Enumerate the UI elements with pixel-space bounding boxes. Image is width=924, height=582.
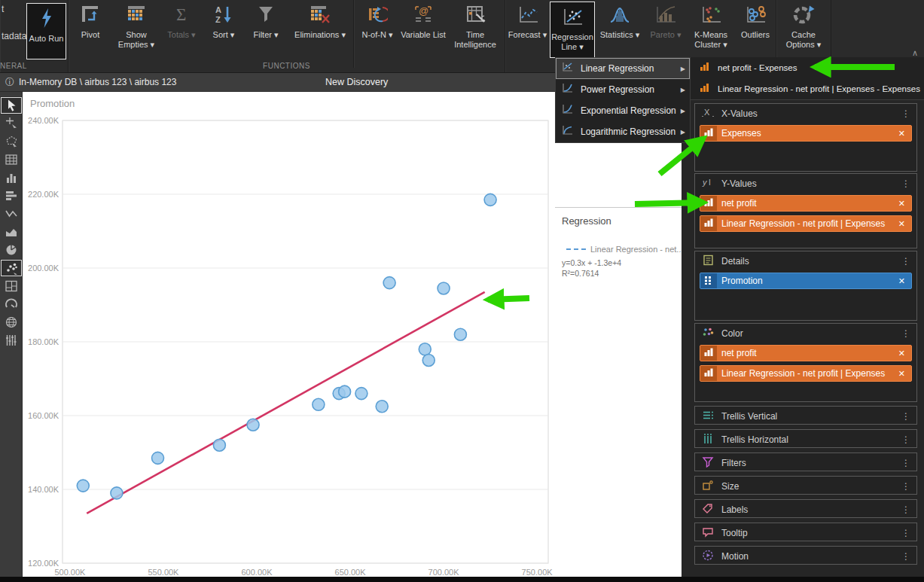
data-point[interactable] bbox=[376, 401, 388, 413]
drop-zone-labels[interactable]: Labels ⋮ bbox=[694, 499, 917, 518]
field-chip-linear-regression-net-profit-expenses[interactable]: Linear Regression - net profit | Expense… bbox=[700, 365, 912, 382]
drop-zone-color[interactable]: Color ⋮ net profit ✕ Linear Regression -… bbox=[694, 323, 917, 402]
data-point[interactable] bbox=[454, 328, 466, 340]
close-icon[interactable]: ✕ bbox=[892, 369, 911, 379]
kebab-icon[interactable]: ⋮ bbox=[901, 504, 910, 515]
drop-zone-y-values[interactable]: yI Y-Values ⋮ net profit ✕ Linear Regres… bbox=[694, 173, 917, 248]
field-chip-promotion[interactable]: Promotion ✕ bbox=[700, 273, 912, 289]
data-point[interactable] bbox=[213, 439, 225, 451]
measure-bars-white-icon bbox=[704, 197, 713, 210]
kebab-icon[interactable]: ⋮ bbox=[901, 256, 910, 267]
menu-item-power-regression[interactable]: Power Regression ▶ bbox=[556, 79, 690, 100]
sidebar-scatter-chart[interactable] bbox=[0, 259, 23, 277]
menu-item-label: Linear Regression bbox=[581, 63, 654, 74]
drop-zone-size[interactable]: Size ⋮ bbox=[694, 476, 917, 495]
kebab-icon[interactable]: ⋮ bbox=[901, 108, 910, 119]
n-of-n-button[interactable]: N-of-N ▾ bbox=[354, 0, 401, 59]
forecast-button[interactable]: Forecast ▾ bbox=[505, 0, 550, 59]
sort-button[interactable]: AZSort ▾ bbox=[203, 0, 245, 59]
eliminations-button[interactable]: Eliminations ▾ bbox=[287, 0, 353, 59]
field-chip-expenses[interactable]: Expenses ✕ bbox=[700, 125, 912, 142]
data-point[interactable] bbox=[419, 343, 431, 355]
drop-zone-details[interactable]: Details ⋮ Promotion ✕ bbox=[694, 251, 917, 321]
sidebar-crosshair-cursor[interactable] bbox=[0, 114, 23, 133]
sidebar-equalizer[interactable] bbox=[0, 331, 23, 349]
sidebar-lasso-select[interactable] bbox=[0, 133, 23, 151]
data-point[interactable] bbox=[355, 388, 367, 400]
data-point[interactable] bbox=[152, 452, 164, 464]
y-tick-label: 200.00K bbox=[28, 264, 59, 273]
breadcrumb[interactable]: In-Memory DB \ airbus 123 \ airbus 123 bbox=[19, 77, 176, 87]
k-means-cluster-button[interactable]: K-Means Cluster ▾ bbox=[687, 0, 735, 59]
sidebar-area-chart[interactable] bbox=[0, 223, 23, 241]
variable-list-button[interactable]: @Variable List bbox=[401, 0, 446, 59]
pivot-button[interactable]: Pivot bbox=[69, 0, 112, 59]
cache-options-button[interactable]: Cache Options ▾ bbox=[776, 0, 831, 59]
sidebar-hbar-chart[interactable] bbox=[0, 187, 23, 205]
data-point[interactable] bbox=[484, 193, 496, 206]
legend-item[interactable]: Linear Regression - net... bbox=[562, 245, 694, 254]
close-icon[interactable]: ✕ bbox=[892, 349, 911, 358]
data-point[interactable] bbox=[77, 480, 89, 492]
kebab-icon[interactable]: ⋮ bbox=[901, 328, 910, 339]
svg-text:I: I bbox=[709, 178, 711, 187]
close-icon[interactable]: ✕ bbox=[892, 129, 911, 139]
kebab-icon[interactable]: ⋮ bbox=[901, 481, 910, 492]
data-point[interactable] bbox=[111, 487, 123, 499]
statistics-button[interactable]: Statistics ▾ bbox=[595, 0, 645, 59]
data-point[interactable] bbox=[313, 398, 325, 410]
field-chip-net-profit[interactable]: net profit ✕ bbox=[700, 195, 912, 212]
sidebar-pie-chart[interactable] bbox=[0, 241, 23, 259]
drop-zone-label: Color bbox=[721, 328, 743, 339]
field-chip-linear-regression-net-profit-expenses[interactable]: Linear Regression - net profit | Expense… bbox=[700, 215, 912, 232]
time-intelligence-button[interactable]: Time Intelligence bbox=[446, 0, 505, 59]
kebab-icon[interactable]: ⋮ bbox=[901, 458, 910, 468]
kebab-icon[interactable]: ⋮ bbox=[901, 178, 910, 189]
sidebar-cursor[interactable] bbox=[0, 96, 23, 114]
data-point[interactable] bbox=[438, 282, 450, 294]
data-point[interactable] bbox=[422, 355, 435, 367]
menu-item-logarithmic-regression[interactable]: Logarithmic Regression ▶ bbox=[556, 121, 690, 142]
sidebar-bar-chart[interactable] bbox=[0, 169, 23, 187]
drop-zone-trellis-horizontal[interactable]: Trellis Horizontal ⋮ bbox=[694, 429, 917, 448]
outliers-button[interactable]: Outliers bbox=[735, 0, 776, 59]
sidebar-globe[interactable] bbox=[0, 313, 23, 331]
drop-zone-label: Filters bbox=[721, 458, 746, 468]
menu-item-linear-regression[interactable]: Linear Regression ▶ bbox=[556, 58, 690, 79]
data-point[interactable] bbox=[247, 419, 259, 431]
x-tick-label: 600.00K bbox=[242, 568, 273, 577]
drop-zone-x-values[interactable]: X X-Values ⋮ Expenses ✕ bbox=[694, 103, 917, 172]
filter-button[interactable]: Filter ▾ bbox=[245, 0, 287, 59]
close-icon[interactable]: ✕ bbox=[892, 219, 911, 229]
scatter-plot[interactable]: 120.00K140.00K160.00K180.00K200.00K220.0… bbox=[23, 92, 682, 577]
close-icon[interactable]: ✕ bbox=[892, 276, 911, 286]
submenu-arrow-icon: ▶ bbox=[681, 108, 685, 114]
measure-bars-white-icon bbox=[704, 346, 713, 360]
drop-zone-motion[interactable]: Motion ⋮ bbox=[694, 546, 917, 565]
drop-zone-trellis-vertical[interactable]: Trellis Vertical ⋮ bbox=[694, 406, 917, 425]
submenu-item-net-profit-expenses[interactable]: net profit - Expenses bbox=[691, 57, 924, 78]
measure-bars-icon bbox=[700, 61, 709, 75]
kebab-icon[interactable]: ⋮ bbox=[901, 528, 910, 538]
info-icon[interactable]: ⓘ bbox=[5, 76, 14, 89]
kebab-icon[interactable]: ⋮ bbox=[901, 434, 910, 445]
sidebar-gauge[interactable] bbox=[0, 295, 23, 313]
show-empties-button[interactable]: Show Empties ▾ bbox=[112, 0, 160, 59]
drop-zone-filters[interactable]: Filters ⋮ bbox=[694, 452, 917, 471]
submenu-item-linear-regression-net-profit-expenses-ex[interactable]: Linear Regression - net profit | Expense… bbox=[691, 78, 924, 99]
svg-text:@: @ bbox=[419, 5, 428, 17]
data-point[interactable] bbox=[339, 385, 351, 398]
submenu-arrow-icon: ▶ bbox=[681, 66, 685, 72]
sidebar-line-chart[interactable] bbox=[0, 205, 23, 223]
auto-run-button[interactable]: Auto Run bbox=[26, 3, 66, 59]
sidebar-treemap[interactable] bbox=[0, 277, 23, 295]
field-chip-net-profit[interactable]: net profit ✕ bbox=[700, 345, 912, 361]
drop-zone-tooltip[interactable]: Tooltip ⋮ bbox=[694, 523, 917, 541]
kebab-icon[interactable]: ⋮ bbox=[901, 411, 910, 422]
regression-line-button[interactable]: Regression Line ▾ bbox=[550, 2, 595, 58]
sidebar-table-grid[interactable] bbox=[0, 151, 23, 169]
kebab-icon[interactable]: ⋮ bbox=[901, 551, 910, 562]
close-icon[interactable]: ✕ bbox=[892, 199, 911, 209]
menu-item-exponential-regression[interactable]: Exponential Regression ▶ bbox=[556, 100, 690, 121]
data-point[interactable] bbox=[383, 277, 395, 289]
